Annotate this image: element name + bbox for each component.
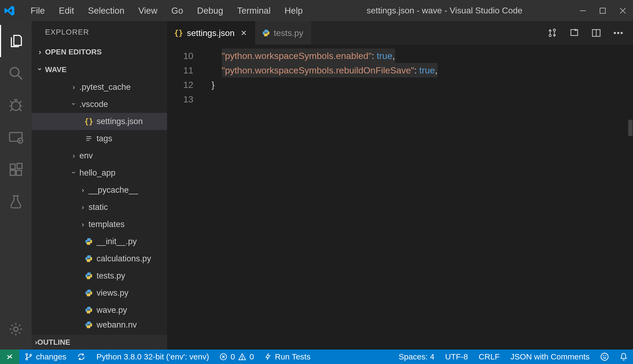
svg-rect-20 — [10, 164, 15, 169]
debug-icon[interactable] — [0, 89, 32, 121]
close-tab-icon[interactable]: ✕ — [241, 29, 247, 38]
svg-point-32 — [90, 261, 90, 262]
code-line[interactable]: "python.workspaceSymbols.enabled": true, — [201, 49, 633, 63]
file-item[interactable]: tests.py — [32, 267, 167, 284]
feedback-icon[interactable] — [595, 350, 614, 364]
editor-tab[interactable]: tests.py — [255, 21, 312, 45]
menubar: FileEditSelectionViewGoDebugTerminalHelp… — [0, 0, 633, 21]
svg-line-5 — [18, 75, 22, 79]
encoding-indicator[interactable]: UTF-8 — [440, 350, 473, 364]
svg-point-57 — [242, 359, 242, 359]
remote-explorer-icon[interactable] — [0, 121, 32, 154]
folder-item[interactable]: ›__pycache__ — [32, 181, 167, 199]
scrollbar-thumb[interactable] — [628, 120, 632, 136]
folder-item[interactable]: ›static — [32, 199, 167, 216]
search-icon[interactable] — [0, 57, 32, 89]
svg-point-48 — [617, 32, 619, 34]
minimize-icon[interactable] — [579, 7, 586, 14]
explorer-icon[interactable] — [0, 25, 32, 57]
test-icon[interactable] — [0, 186, 32, 218]
code-line[interactable]: "python.workspaceSymbols.rebuildOnFileSa… — [201, 63, 633, 77]
svg-point-33 — [87, 273, 88, 274]
text-file-icon — [84, 135, 93, 142]
menu-view[interactable]: View — [131, 6, 164, 16]
code-line[interactable] — [201, 92, 633, 106]
file-label: templates — [89, 220, 124, 229]
folder-item[interactable]: ›env — [32, 147, 167, 164]
tab-bar: {}settings.json✕tests.py — [167, 21, 633, 45]
open-changes-icon[interactable] — [569, 28, 579, 38]
section-label: WAVE — [45, 65, 67, 74]
code-line[interactable]: } — [201, 77, 633, 92]
file-item[interactable]: wave.py — [32, 302, 167, 319]
menu-edit[interactable]: Edit — [52, 6, 81, 16]
file-item[interactable]: views.py — [32, 284, 167, 302]
indentation-indicator[interactable]: Spaces: 4 — [393, 350, 440, 364]
file-label: .pytest_cache — [79, 82, 131, 92]
file-item[interactable]: webann.nv — [32, 319, 167, 331]
maximize-icon[interactable] — [599, 7, 606, 14]
python-file-icon — [84, 306, 93, 314]
branch-name: changes — [36, 352, 66, 361]
outline-section[interactable]: › OUTLINE — [32, 335, 167, 350]
svg-point-51 — [26, 358, 27, 360]
svg-rect-21 — [10, 170, 15, 175]
more-actions-icon[interactable] — [613, 32, 623, 34]
chevron-down-icon: › — [36, 64, 44, 74]
menu-terminal[interactable]: Terminal — [230, 6, 278, 16]
folder-item[interactable]: ›.pytest_cache — [32, 79, 167, 96]
file-label: __pycache__ — [89, 185, 138, 195]
menu-go[interactable]: Go — [164, 6, 190, 16]
svg-point-49 — [621, 32, 623, 34]
sync-button[interactable] — [72, 350, 91, 364]
folder-item[interactable]: ›hello_app — [32, 164, 167, 181]
run-tests-button[interactable]: Run Tests — [259, 350, 316, 364]
svg-point-36 — [90, 295, 90, 296]
editor-tab[interactable]: {}settings.json✕ — [167, 21, 255, 45]
language-mode[interactable]: JSON with Comments — [505, 350, 595, 364]
menu-help[interactable]: Help — [278, 6, 310, 16]
svg-point-35 — [87, 290, 88, 291]
menu-file[interactable]: File — [24, 6, 52, 16]
open-editors-section[interactable]: › OPEN EDITORS — [32, 43, 167, 61]
code-editor[interactable]: 10111213 "python.workspaceSymbols.enable… — [167, 45, 633, 350]
settings-gear-icon[interactable] — [0, 313, 32, 345]
tab-label: settings.json — [187, 28, 235, 38]
file-label: env — [79, 151, 93, 161]
file-label: static — [89, 202, 108, 212]
file-item[interactable]: __init__.py — [32, 233, 167, 250]
window-title: settings.json - wave - Visual Studio Cod… — [310, 6, 579, 16]
file-item[interactable]: tags — [32, 130, 167, 147]
branch-indicator[interactable]: changes — [19, 350, 72, 364]
svg-point-59 — [603, 355, 603, 356]
svg-point-38 — [90, 312, 90, 313]
folder-item[interactable]: ›.vscode — [32, 96, 167, 113]
file-item[interactable]: {}settings.json — [32, 113, 167, 130]
file-label: settings.json — [97, 117, 143, 126]
remote-indicator[interactable] — [0, 350, 19, 364]
vscode-logo-icon — [3, 5, 16, 17]
close-window-icon[interactable] — [619, 7, 627, 14]
notifications-icon[interactable] — [614, 350, 633, 364]
python-file-icon — [262, 29, 270, 37]
chevron-icon: › — [69, 152, 78, 160]
chevron-right-icon: › — [35, 48, 45, 56]
file-label: __init__.py — [97, 237, 137, 246]
extensions-icon[interactable] — [0, 154, 32, 186]
diff-icon[interactable] — [547, 28, 557, 38]
folder-item[interactable]: ›templates — [32, 216, 167, 233]
python-interpreter[interactable]: Python 3.8.0 32-bit ('env': venv) — [91, 350, 214, 364]
split-editor-icon[interactable] — [591, 28, 601, 38]
workspace-section[interactable]: › WAVE — [32, 61, 167, 79]
section-label: OUTLINE — [37, 338, 70, 347]
chevron-icon: › — [78, 220, 87, 229]
file-label: tests.py — [97, 271, 125, 281]
menu-debug[interactable]: Debug — [190, 6, 230, 16]
file-item[interactable]: calculations.py — [32, 250, 167, 267]
svg-rect-23 — [17, 164, 22, 169]
svg-point-31 — [87, 256, 88, 257]
eol-indicator[interactable]: CRLF — [473, 350, 505, 364]
file-label: tags — [97, 134, 112, 143]
menu-selection[interactable]: Selection — [81, 6, 131, 16]
problems-indicator[interactable]: 0 0 — [214, 350, 259, 364]
